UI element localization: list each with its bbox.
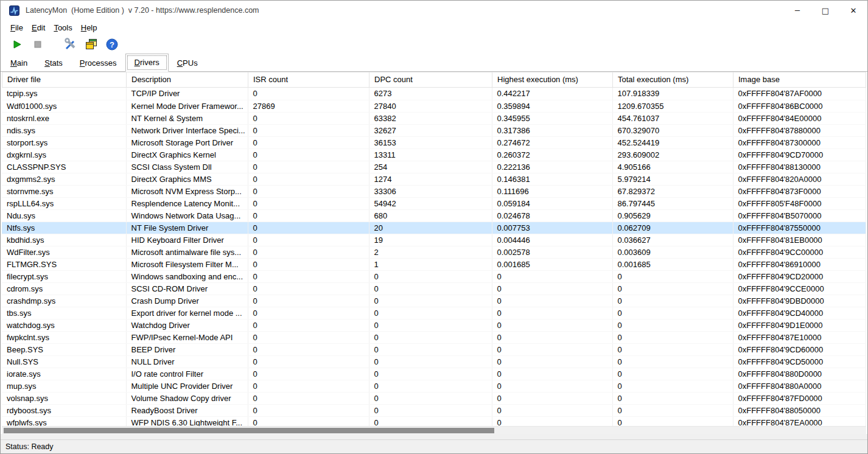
minimize-button[interactable]: ─ [783, 1, 811, 20]
tab-drivers[interactable]: Drivers [125, 54, 169, 72]
table-row[interactable]: Ndu.sysWindows Network Data Usag...06800… [2, 209, 866, 222]
cell: 0 [492, 319, 612, 331]
table-row[interactable]: Wdf01000.sysKernel Mode Driver Framewor.… [2, 100, 866, 112]
table-row[interactable]: fwpkclnt.sysFWP/IPsec Kernel-Mode API000… [2, 331, 866, 343]
cell: 0 [612, 355, 733, 368]
cell: Windows Network Data Usag... [126, 209, 248, 222]
cell: 0 [248, 307, 369, 319]
cell: 0.146381 [492, 173, 612, 185]
svg-text:?: ? [110, 40, 114, 49]
table-row[interactable]: mup.sysMultiple UNC Provider Driver00000… [2, 380, 866, 392]
table-row[interactable]: crashdmp.sysCrash Dump Driver00000xFFFFF… [2, 295, 866, 307]
cell: Wdf01000.sys [2, 100, 126, 112]
table-row[interactable]: storport.sysMicrosoft Storage Port Drive… [2, 136, 866, 148]
column-header-5[interactable]: Total execution (ms) [613, 72, 733, 88]
menu-item-help[interactable]: Help [77, 21, 102, 34]
table-row[interactable]: cdrom.sysSCSI CD-ROM Driver00000xFFFFF80… [2, 282, 866, 295]
cell: 0.002578 [492, 246, 612, 258]
table-row[interactable]: tbs.sysExport driver for kernel mode ...… [2, 307, 866, 319]
help-question-icon: ? [106, 38, 118, 51]
cell: 670.329070 [612, 124, 733, 136]
maximize-button[interactable]: □ [811, 1, 839, 20]
cell: 0 [612, 416, 733, 426]
table-row[interactable]: ndis.sysNetwork Driver Interface Speci..… [2, 124, 866, 136]
cell: 0 [369, 319, 492, 331]
table-row[interactable]: tcpip.sysTCP/IP Driver062730.442217107.9… [2, 88, 866, 100]
table-row[interactable]: watchdog.sysWatchdog Driver00000xFFFFF80… [2, 319, 866, 331]
tools-options-button[interactable] [61, 36, 80, 52]
table-row[interactable]: Beep.SYSBEEP Driver00000xFFFFF804'9CD600… [2, 343, 866, 355]
tab-stats[interactable]: Stats [36, 55, 71, 72]
drivers-table-header: Driver fileDescriptionISR countDPC count… [2, 72, 866, 88]
table-row[interactable]: iorate.sysI/O rate control Filter00000xF… [2, 368, 866, 380]
cell: 0xFFFFF804'84E00000 [733, 112, 866, 124]
title-bar[interactable]: LatencyMon (Home Edition ) v 7.20 - http… [1, 1, 867, 20]
cell: 0xFFFFF804'9CD60000 [733, 343, 866, 355]
cell: 0 [612, 404, 733, 416]
cell: FWP/IPsec Kernel-Mode API [126, 331, 248, 343]
table-row[interactable]: volsnap.sysVolume Shadow Copy driver0000… [2, 392, 866, 404]
cell: 20 [369, 222, 492, 234]
stop-monitor-button[interactable] [29, 36, 47, 52]
cell: 0 [612, 307, 733, 319]
cell: 1274 [369, 173, 492, 185]
table-row[interactable]: Ntfs.sysNT File System Driver0200.007753… [2, 222, 866, 234]
table-row[interactable]: rspLLL64.sysResplendence Latency Monit..… [2, 197, 866, 209]
table-row[interactable]: filecrypt.sysWindows sandboxing and enc.… [2, 270, 866, 282]
horizontal-scrollbar[interactable] [2, 426, 866, 434]
cell: 0 [369, 307, 492, 319]
cell: Ndu.sys [2, 209, 126, 222]
window-title: LatencyMon (Home Edition ) v 7.20 - http… [26, 6, 259, 15]
cell: 33306 [369, 185, 492, 197]
copy-report-button[interactable] [82, 36, 100, 52]
cell: Microsoft Filesystem Filter M... [126, 258, 248, 270]
start-monitor-button[interactable] [8, 36, 26, 52]
cell: cdrom.sys [2, 282, 126, 295]
table-row[interactable]: FLTMGR.SYSMicrosoft Filesystem Filter M.… [2, 258, 866, 270]
column-header-0[interactable]: Driver file [2, 72, 127, 88]
cell: 54942 [369, 197, 492, 209]
maximize-icon: □ [822, 6, 829, 15]
help-button[interactable]: ? [103, 36, 121, 52]
cell: 1209.670355 [612, 100, 733, 112]
close-button[interactable]: ✕ [839, 1, 867, 20]
cell: rdyboost.sys [2, 404, 126, 416]
column-header-1[interactable]: Description [127, 72, 248, 88]
cell: 0xFFFFF804'B5070000 [733, 209, 866, 222]
tab-main[interactable]: Main [2, 55, 36, 72]
cell: 0 [248, 270, 369, 282]
cell: iorate.sys [2, 368, 126, 380]
table-row[interactable]: CLASSPNP.SYSSCSI Class System Dll02540.2… [2, 161, 866, 173]
menu-item-tools[interactable]: Tools [49, 21, 76, 34]
copy-windows-icon [85, 38, 98, 51]
minimize-icon: ─ [795, 6, 800, 15]
tab-cpus[interactable]: CPUs [169, 55, 206, 72]
column-header-3[interactable]: DPC count [369, 72, 492, 88]
table-row[interactable]: WdFilter.sysMicrosoft antimalware file s… [2, 246, 866, 258]
cell: 293.609002 [612, 148, 733, 161]
menu-item-file[interactable]: File [6, 21, 27, 34]
table-row[interactable]: rdyboost.sysReadyBoost Driver00000xFFFFF… [2, 404, 866, 416]
cell: 0 [612, 282, 733, 295]
cell: 0 [248, 148, 369, 161]
cell: 27869 [248, 100, 369, 112]
table-row[interactable]: Null.SYSNULL Driver00000xFFFFF804'9CD500… [2, 355, 866, 368]
column-header-2[interactable]: ISR count [248, 72, 369, 88]
table-row[interactable]: ntoskrnl.exeNT Kernel & System0633820.34… [2, 112, 866, 124]
table-row[interactable]: dxgmms2.sysDirectX Graphics MMS012740.14… [2, 173, 866, 185]
menu-bar: FileEditToolsHelp [1, 20, 867, 35]
cell: 452.524419 [612, 136, 733, 148]
cell: 0.345955 [492, 112, 612, 124]
cell: 0.001685 [612, 258, 733, 270]
drivers-table-rows: tcpip.sysTCP/IP Driver062730.442217107.9… [2, 88, 866, 426]
table-row[interactable]: dxgkrnl.sysDirectX Graphics Kernel013311… [2, 148, 866, 161]
menu-item-edit[interactable]: Edit [27, 21, 49, 34]
cell: 0 [248, 416, 369, 426]
hscrollbar-thumb[interactable] [4, 428, 494, 433]
tab-processes[interactable]: Processes [71, 55, 125, 72]
table-row[interactable]: stornvme.sysMicrosoft NVM Express Storp.… [2, 185, 866, 197]
column-header-4[interactable]: Highest execution (ms) [492, 72, 613, 88]
column-header-6[interactable]: Image base [733, 72, 866, 88]
table-row[interactable]: wfplwfs.sysWFP NDIS 6.30 Lightweight F..… [2, 416, 866, 426]
table-row[interactable]: kbdhid.sysHID Keyboard Filter Driver0190… [2, 234, 866, 246]
